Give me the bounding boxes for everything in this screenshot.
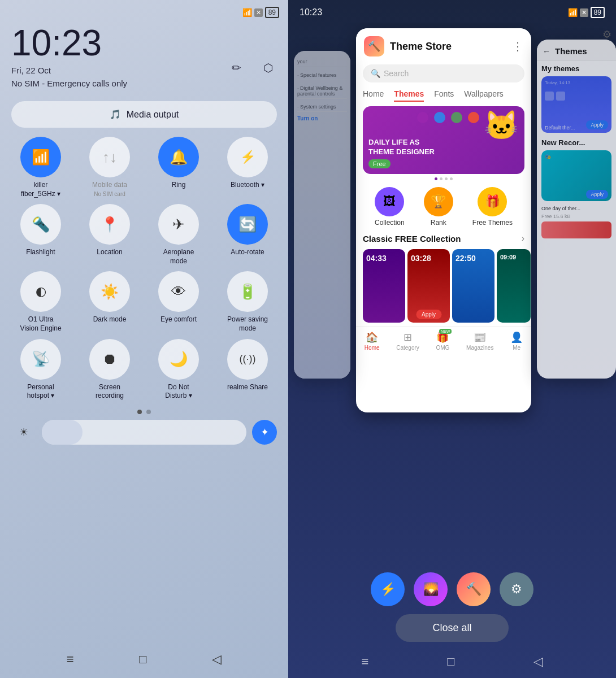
tile-bluetooth[interactable]: ⚡ Bluetooth ▾ <box>216 137 279 198</box>
collection-label: Collection <box>375 219 405 227</box>
nav-me-card[interactable]: 👤 Me <box>510 331 523 351</box>
dnd-icon: 🌙 <box>170 350 188 368</box>
rank-label: Rank <box>431 219 446 227</box>
tile-dark-mode[interactable]: ☀️ Dark mode <box>78 271 141 333</box>
new-recom-label: New Recor... <box>537 135 616 148</box>
nav-omg-card[interactable]: 🎁 OMG <box>436 331 449 351</box>
nav-home-right[interactable]: □ <box>447 654 454 669</box>
tile-label-realme: realme Share <box>227 383 268 392</box>
tile-flashlight[interactable]: 🔦 Flashlight <box>9 204 72 266</box>
banner-title: DAILY LIFE ASTHEME DESIGNER <box>368 138 435 157</box>
tile-label-power: Power savingmode <box>227 315 268 333</box>
apply-button-1[interactable]: Apply <box>416 310 441 319</box>
featured-banner[interactable]: DAILY LIFE ASTHEME DESIGNER Free 🐱 <box>363 106 524 174</box>
dock-bluetooth[interactable]: ⚡ <box>371 572 405 606</box>
tile-power-saving[interactable]: 🔋 Power savingmode <box>216 271 279 333</box>
tile-ring[interactable]: 🔔 Ring <box>147 137 210 198</box>
theme-store-card[interactable]: 🔨 Theme Store ⋮ 🔍 Search Home Themes Fon… <box>356 28 531 412</box>
theme-preview-2[interactable]: 03:28 Apply <box>407 249 450 323</box>
deco-circle-purple <box>417 112 428 123</box>
tile-circle-bluetooth: ⚡ <box>227 137 268 177</box>
banner-character: 🐱 <box>484 109 519 142</box>
tile-location[interactable]: 📍 Location <box>78 204 141 266</box>
magazines-nav-label: Magazines <box>466 345 493 351</box>
nav-menu-left[interactable]: ≡ <box>67 652 74 667</box>
price-bar-visual <box>541 221 611 238</box>
close-all-button[interactable]: Close all <box>396 614 509 642</box>
dock-gallery[interactable]: 🌄 <box>414 572 448 606</box>
settings-button[interactable]: ⬡ <box>257 56 279 79</box>
recom-apply-btn[interactable]: Apply <box>586 190 608 199</box>
brightness-track[interactable] <box>42 420 246 445</box>
left-partial-card[interactable]: your · Special features · Digital Wellbe… <box>294 51 350 379</box>
theme-search-bar[interactable]: 🔍 Search <box>363 64 524 82</box>
default-theme-preview[interactable]: Today, 14:13 Apply Default ther... <box>541 76 611 133</box>
nav-home-card[interactable]: 🏠 Home <box>365 331 380 351</box>
quick-free-themes[interactable]: 🎁 Free Themes <box>472 187 513 227</box>
back-button[interactable]: ← <box>543 47 550 56</box>
tile-label-autorotate: Auto-rotate <box>231 248 264 257</box>
tile-wifi[interactable]: 📶 killerfiber_5GHz ▾ <box>9 137 72 198</box>
battery-right: 89 <box>591 7 605 18</box>
dock-theme-icon: 🔨 <box>466 582 481 597</box>
brightness-control[interactable]: ☀ ✦ <box>11 420 277 445</box>
location-icon: 📍 <box>101 216 119 233</box>
right-panel: 10:23 📶 ✕ 89 your · Special features · D… <box>288 0 616 678</box>
tile-circle-dnd: 🌙 <box>158 339 199 380</box>
power-icon: 🔋 <box>238 283 257 301</box>
brightness-high-icon: ✦ <box>252 420 277 445</box>
tab-fonts[interactable]: Fonts <box>434 89 454 102</box>
dock-theme-store[interactable]: 🔨 <box>457 572 491 606</box>
dock-settings[interactable]: ⚙ <box>500 572 533 606</box>
classic-section-title: Classic FREE Collection <box>363 234 461 244</box>
wifi-icon-right: 📶 <box>568 8 578 17</box>
tile-label-ring: Ring <box>172 181 186 190</box>
quick-rank[interactable]: 🏆 Rank <box>424 187 453 227</box>
eye-icon: 👁 <box>171 283 186 301</box>
my-themes-card[interactable]: ← Themes ⚙ My themes Today, 14:13 Apply … <box>537 40 616 379</box>
tile-dnd[interactable]: 🌙 Do NotDisturb ▾ <box>147 339 210 401</box>
media-output-button[interactable]: 🎵 Media output <box>11 101 277 128</box>
media-output-label: Media output <box>127 110 179 120</box>
tile-eye-comfort[interactable]: 👁 Eye comfort <box>147 271 210 333</box>
theme-preview-1[interactable]: 04:33 <box>363 249 405 323</box>
new-recom-preview[interactable]: 🎭 Apply <box>541 150 611 201</box>
tile-autorotate[interactable]: 🔄 Auto-rotate <box>216 204 279 266</box>
free-themes-label: Free Themes <box>472 219 513 227</box>
tile-aeroplane[interactable]: ✈ Aeroplanemode <box>147 204 210 266</box>
status-icons-right: 📶 ✕ 89 <box>568 7 605 18</box>
screen-rec-icon: ⏺ <box>102 350 117 368</box>
section-arrow[interactable]: › <box>522 233 524 244</box>
nav-back-left[interactable]: ◁ <box>212 652 222 667</box>
edit-button[interactable]: ✏ <box>225 56 248 79</box>
nav-back-right[interactable]: ◁ <box>533 654 543 669</box>
tab-home[interactable]: Home <box>363 89 384 102</box>
nav-magazines-card[interactable]: 📰 Magazines <box>466 331 493 351</box>
nav-category-card[interactable]: ⊞ Category <box>396 331 419 351</box>
tile-circle-screen-rec: ⏺ <box>89 339 130 380</box>
dot-2 <box>146 410 151 414</box>
classic-section-header: Classic FREE Collection › <box>356 231 531 246</box>
settings-gear-icon[interactable]: ⚙ <box>602 40 611 41</box>
apply-default-btn[interactable]: Apply <box>586 120 608 129</box>
tile-screen-recording[interactable]: ⏺ Screenrecording <box>78 339 141 401</box>
quick-collection[interactable]: 🖼 Collection <box>375 187 405 227</box>
card-header: 🔨 Theme Store ⋮ <box>356 28 531 61</box>
banner-dot-2 <box>440 177 443 180</box>
time-right: 10:23 <box>300 7 322 18</box>
tile-circle-power: 🔋 <box>227 271 268 312</box>
my-themes-header: ← Themes <box>537 40 616 60</box>
tab-themes[interactable]: Themes <box>394 89 424 102</box>
nav-home-left[interactable]: □ <box>139 652 146 667</box>
tile-mobile-data[interactable]: ↑↓ Mobile dataNo SIM card <box>78 137 141 198</box>
card-menu-button[interactable]: ⋮ <box>512 40 523 53</box>
tile-hotspot[interactable]: 📡 Personalhotspot ▾ <box>9 339 72 401</box>
theme-preview-4[interactable]: 09:09 <box>497 249 531 323</box>
tile-realme-share[interactable]: ((·)) realme Share <box>216 339 279 401</box>
nav-menu-right[interactable]: ≡ <box>361 654 368 669</box>
tile-label-dark: Dark mode <box>93 315 127 324</box>
tab-wallpapers[interactable]: Wallpapers <box>464 89 504 102</box>
me-nav-label: Me <box>513 345 520 351</box>
tile-o1-ultra[interactable]: ◐ O1 UltraVision Engine <box>9 271 72 333</box>
theme-preview-3[interactable]: 22:50 <box>452 249 494 323</box>
